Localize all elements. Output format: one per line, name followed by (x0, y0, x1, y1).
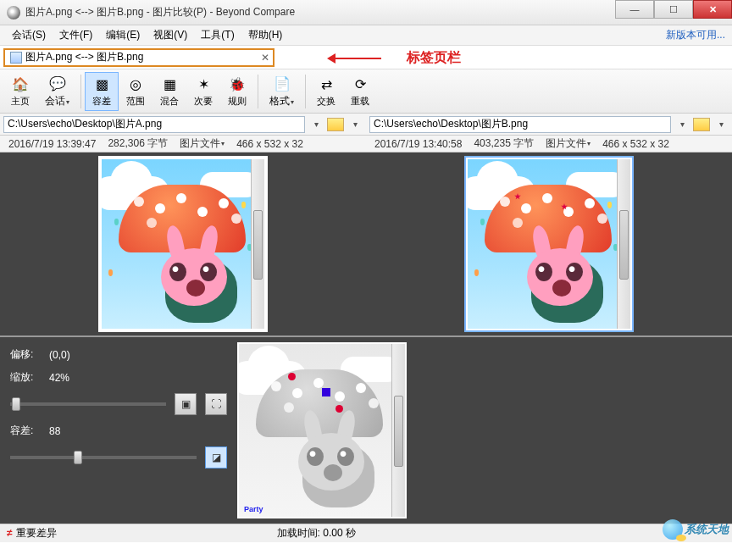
tab-close-icon[interactable]: ✕ (261, 52, 269, 64)
menu-edit[interactable]: 编辑(E) (99, 26, 147, 44)
left-image (102, 159, 251, 329)
window-titlebar: 图片A.png <--> 图片B.png - 图片比较(P) - Beyond … (0, 0, 732, 25)
right-type-dropdown[interactable]: 图片文件 ▾ (546, 136, 591, 151)
main-toolbar: 🏠主页 💬会话▾ ▩容差 ◎范围 ▦混合 ✶次要 🐞规则 📄格式▾ ⇄交换 ⟳重… (0, 69, 732, 114)
actual-size-button[interactable]: ⛶ (205, 393, 227, 415)
tab-bar: 图片A.png <--> 图片B.png ✕ 标签页栏 (0, 46, 732, 69)
offset-value: (0,0) (49, 349, 70, 361)
close-button[interactable]: ✕ (693, 0, 732, 19)
session-tab[interactable]: 图片A.png <--> 图片B.png ✕ (3, 48, 274, 67)
bottom-panel: 偏移: (0,0) 缩放: 42% ▣ ⛶ 容差: 88 ◪ (0, 337, 732, 524)
left-path-input[interactable] (3, 116, 305, 133)
left-browse-dropdown[interactable]: ▾ (347, 117, 363, 132)
diff-mode-button[interactable]: ◪ (205, 446, 227, 469)
file-info-row: 2016/7/19 13:39:47 282,306 字节 图片文件 ▾ 466… (0, 136, 732, 152)
tolerance-button[interactable]: ▩容差 (85, 72, 119, 111)
tab-icon (10, 52, 22, 64)
format-button[interactable]: 📄格式▾ (262, 72, 302, 111)
diff-image-frame[interactable]: Party (237, 342, 407, 518)
load-time: 加载时间: 0.00 秒 (277, 526, 356, 541)
right-browse-dropdown[interactable]: ▾ (713, 117, 729, 132)
left-type-dropdown[interactable]: 图片文件 ▾ (180, 136, 225, 151)
zoom-slider[interactable] (10, 402, 166, 406)
left-size: 282,306 字节 (108, 136, 168, 151)
menu-tools[interactable]: 工具(T) (194, 26, 241, 44)
left-image-frame[interactable] (98, 156, 268, 332)
annotation-arrow: 标签页栏 (330, 49, 461, 67)
controls-panel: 偏移: (0,0) 缩放: 42% ▣ ⛶ 容差: 88 ◪ (0, 337, 237, 524)
left-scrollbar[interactable] (251, 159, 264, 329)
left-path-dropdown[interactable]: ▾ (308, 117, 324, 132)
menu-bar: 会话(S) 文件(F) 编辑(E) 视图(V) 工具(T) 帮助(H) 新版本可… (0, 25, 732, 46)
zoom-label: 缩放: (10, 370, 41, 385)
rules-button[interactable]: 🐞规则 (220, 72, 254, 111)
menu-file[interactable]: 文件(F) (53, 26, 99, 44)
session-button[interactable]: 💬会话▾ (37, 72, 77, 111)
right-image-frame[interactable] (464, 156, 634, 332)
watermark-logo: 系统天地 (663, 519, 729, 540)
left-dimensions: 466 x 532 x 32 (236, 138, 303, 150)
left-date: 2016/7/19 13:39:47 (8, 138, 96, 150)
status-bar: ≠重要差异 加载时间: 0.00 秒 (0, 524, 732, 542)
right-path-dropdown[interactable]: ▾ (674, 117, 690, 132)
right-size: 403,235 字节 (474, 136, 534, 151)
maximize-button[interactable]: ☐ (654, 0, 693, 19)
compare-panel (0, 152, 732, 337)
right-image (468, 159, 617, 329)
update-available-link[interactable]: 新版本可用... (666, 28, 725, 42)
right-scrollbar[interactable] (617, 159, 630, 329)
window-title: 图片A.png <--> 图片B.png - 图片比较(P) - Beyond … (25, 5, 295, 19)
right-date: 2016/7/19 13:40:58 (374, 138, 462, 150)
diff-status: ≠重要差异 (7, 526, 57, 541)
path-row: ▾ ▾ ▾ ▾ (0, 114, 732, 136)
secondary-button[interactable]: ✶次要 (186, 72, 220, 111)
zoom-value: 42% (49, 372, 69, 384)
reload-button[interactable]: ⟳重载 (343, 72, 377, 111)
tab-label: 图片A.png <--> 图片B.png (25, 50, 143, 64)
menu-help[interactable]: 帮助(H) (241, 26, 290, 44)
app-icon (7, 6, 20, 19)
tolerance-slider[interactable] (10, 456, 197, 459)
window-controls: — ☐ ✕ (615, 0, 732, 19)
minimize-button[interactable]: — (615, 0, 654, 19)
diff-image: Party (239, 344, 391, 517)
home-button[interactable]: 🏠主页 (3, 72, 37, 111)
watermark-text: 系统天地 (685, 522, 729, 537)
right-dimensions: 466 x 532 x 32 (602, 138, 669, 150)
tolerance-label: 容差: (10, 424, 41, 438)
blend-button[interactable]: ▦混合 (152, 72, 186, 111)
left-browse-button[interactable] (327, 118, 344, 131)
menu-view[interactable]: 视图(V) (147, 26, 194, 44)
right-path-input[interactable] (369, 116, 671, 133)
diff-scrollbar[interactable] (391, 344, 405, 517)
annotation-text: 标签页栏 (407, 49, 461, 67)
menu-session[interactable]: 会话(S) (5, 26, 53, 44)
globe-icon (663, 519, 683, 540)
offset-label: 偏移: (10, 347, 41, 362)
range-button[interactable]: ◎范围 (119, 72, 152, 111)
tolerance-value: 88 (49, 425, 60, 437)
right-browse-button[interactable] (693, 118, 710, 131)
fit-window-button[interactable]: ▣ (175, 393, 197, 415)
swap-button[interactable]: ⇄交换 (309, 72, 343, 111)
